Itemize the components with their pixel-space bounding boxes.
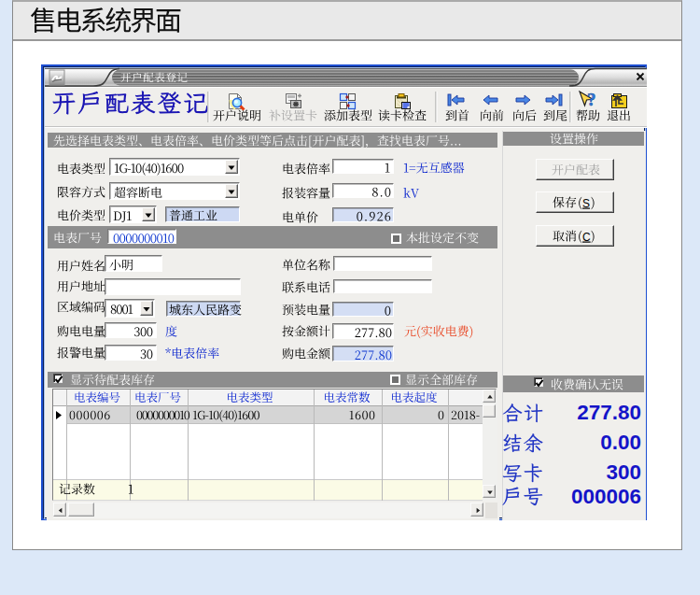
svg-text:?: ? (587, 90, 596, 109)
svg-text:S: S (582, 197, 590, 210)
svg-text:C: C (582, 231, 591, 244)
